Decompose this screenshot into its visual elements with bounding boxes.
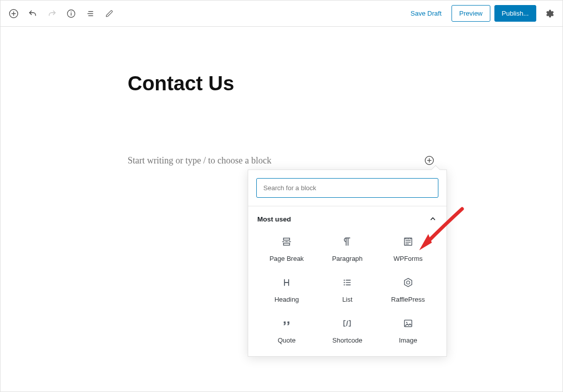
block-label: List (342, 296, 352, 303)
block-quote[interactable]: Quote (256, 310, 317, 351)
svg-point-7 (344, 284, 345, 285)
svg-point-8 (407, 281, 410, 284)
block-placeholder-text[interactable]: Start writing or type / to choose a bloc… (128, 155, 423, 166)
undo-icon (27, 8, 38, 19)
svg-point-10 (406, 322, 407, 323)
block-inserter-popup: Most used Page Break Paragraph WPForm (248, 170, 447, 357)
search-wrapper (248, 170, 446, 206)
svg-point-2 (71, 11, 72, 12)
settings-button[interactable] (540, 5, 558, 23)
toolbar-right: Save Draft Preview Publish... (405, 5, 558, 23)
block-search-input[interactable] (256, 178, 438, 198)
editor-canvas: Contact Us Start writing or type / to ch… (1, 27, 562, 166)
info-icon (66, 9, 76, 19)
block-label: Quote (277, 337, 295, 344)
toolbar-left (5, 5, 119, 23)
editor-toolbar: Save Draft Preview Publish... (1, 1, 562, 27)
list-icon (341, 276, 353, 289)
image-icon (402, 317, 414, 329)
block-label: WPForms (393, 255, 423, 262)
pencil-icon (105, 9, 114, 18)
add-block-button[interactable] (5, 5, 23, 23)
page-break-icon (280, 236, 293, 248)
heading-icon (280, 276, 293, 289)
svg-point-6 (344, 282, 345, 283)
block-label: Image (399, 337, 417, 344)
content-structure-button[interactable] (62, 5, 80, 23)
preview-button[interactable]: Preview (452, 5, 490, 22)
block-navigation-button[interactable] (81, 5, 99, 23)
block-label: Shortcode (332, 337, 362, 344)
block-label: Heading (274, 296, 299, 303)
block-wpforms[interactable]: WPForms (378, 229, 438, 269)
block-paragraph[interactable]: Paragraph (317, 229, 377, 269)
list-outline-icon (85, 9, 95, 19)
block-rafflepress[interactable]: RafflePress (378, 269, 438, 310)
inline-add-block-button[interactable] (423, 154, 435, 166)
plus-circle-icon (8, 8, 19, 19)
edit-button[interactable] (100, 5, 119, 23)
block-heading[interactable]: Heading (256, 269, 317, 310)
shortcode-icon (341, 317, 353, 329)
quote-icon (280, 317, 293, 329)
plus-circle-icon (424, 155, 435, 166)
block-placeholder-row: Start writing or type / to choose a bloc… (128, 154, 435, 166)
svg-point-5 (344, 279, 345, 281)
undo-button[interactable] (24, 5, 42, 23)
blocks-grid: Page Break Paragraph WPForms Heading (248, 229, 446, 351)
block-label: RafflePress (391, 296, 425, 303)
rafflepress-icon (402, 276, 414, 289)
redo-button[interactable] (43, 5, 61, 23)
paragraph-icon (341, 236, 353, 248)
most-used-section-header[interactable]: Most used (248, 206, 446, 229)
block-image[interactable]: Image (378, 310, 438, 351)
section-title: Most used (257, 215, 291, 223)
publish-button[interactable]: Publish... (494, 5, 536, 22)
gear-icon (544, 9, 554, 19)
save-draft-button[interactable]: Save Draft (405, 6, 447, 21)
block-list[interactable]: List (317, 269, 377, 310)
block-label: Paragraph (332, 255, 363, 262)
page-title[interactable]: Contact Us (128, 72, 435, 95)
chevron-up-icon (428, 214, 437, 223)
block-page-break[interactable]: Page Break (256, 229, 317, 269)
wpforms-icon (402, 236, 414, 248)
block-label: Page Break (269, 255, 304, 262)
block-list-scroll[interactable]: Most used Page Break Paragraph WPForm (248, 206, 446, 356)
block-shortcode[interactable]: Shortcode (317, 310, 377, 351)
redo-icon (46, 8, 58, 19)
